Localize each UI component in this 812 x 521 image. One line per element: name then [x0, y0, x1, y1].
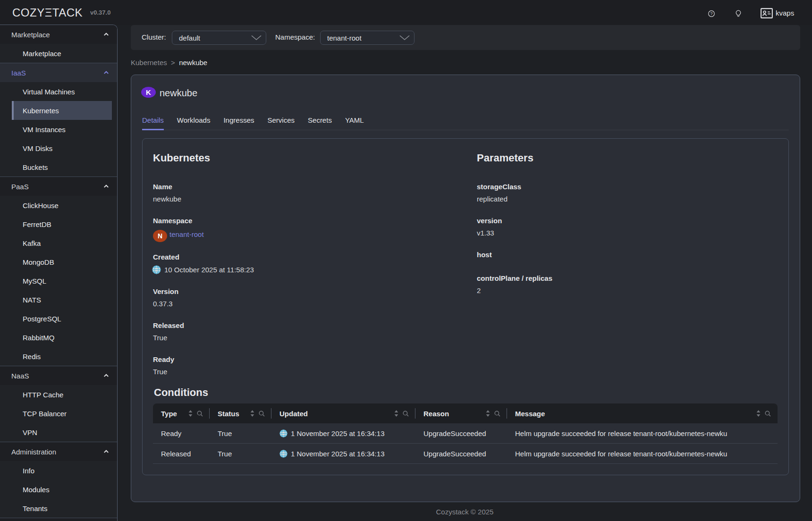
svg-text:?: ? [710, 11, 712, 16]
